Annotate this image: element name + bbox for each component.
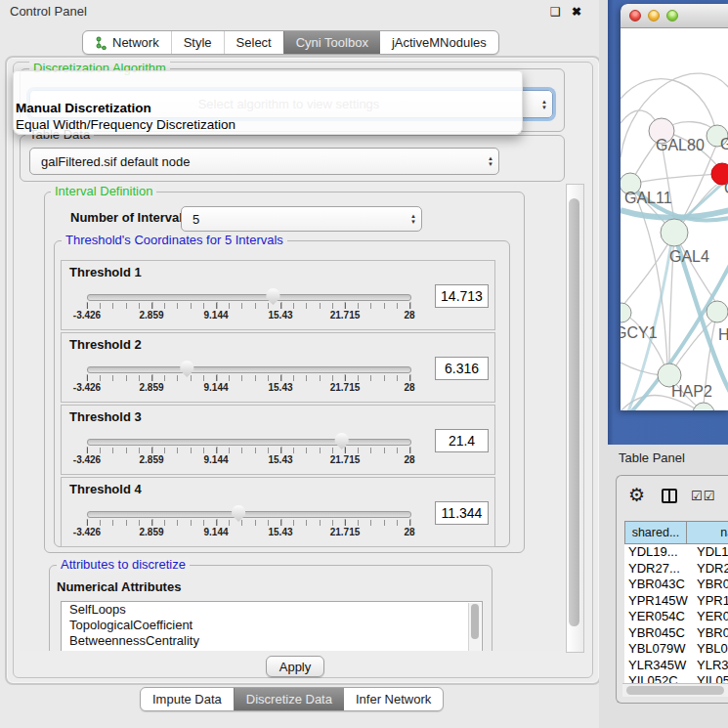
- table-panel-toolbar: ⚙ ☑☑: [617, 476, 728, 521]
- network-canvas[interactable]: GAL80GALCGAL11GAL4GCY1HHAP2: [621, 28, 728, 410]
- slider-track[interactable]: [87, 366, 411, 373]
- table-row[interactable]: YDR27...YDR27...: [624, 561, 728, 578]
- gear-icon[interactable]: ⚙: [628, 486, 645, 504]
- network-view-window[interactable]: GAL80GALCGAL11GAL4GCY1HHAP2: [621, 4, 728, 410]
- numerical-attributes-list[interactable]: SelfLoopsTopologicalCoefficientBetweenne…: [61, 601, 483, 651]
- attribute-list-item[interactable]: TopologicalCoefficient: [62, 618, 482, 633]
- threshold-label: Threshold 2: [69, 337, 142, 352]
- scrollbar-thumb[interactable]: [626, 686, 724, 695]
- close-traffic-light-icon[interactable]: [629, 10, 641, 21]
- network-node[interactable]: [693, 403, 714, 410]
- table-row[interactable]: YPR145WYPR145W: [624, 593, 728, 610]
- network-node-label: C: [724, 180, 728, 196]
- slider-track[interactable]: [87, 511, 411, 518]
- threshold-panel: Threshold 3-3.4262.8599.14415.4321.71528…: [61, 405, 495, 475]
- axis-tick-label: -3.426: [73, 382, 101, 393]
- table-row[interactable]: YDL19...YDL19...: [624, 544, 728, 561]
- tab-style[interactable]: Style: [171, 31, 224, 54]
- threshold-slider[interactable]: -3.4262.8599.14415.4321.71528: [87, 503, 409, 542]
- table-row[interactable]: YBR043CYBR043C: [624, 577, 728, 593]
- column-header-shared-name[interactable]: shared...: [624, 521, 687, 544]
- tab-select[interactable]: Select: [224, 31, 283, 54]
- cell-shared-name: YBR045C: [624, 625, 691, 642]
- application: Control Panel ❑ ✖ NetworkStyleSelectCyni…: [0, 0, 728, 728]
- number-of-intervals-value: 5: [182, 212, 406, 227]
- threshold-slider[interactable]: -3.4262.8599.14415.4321.71528: [87, 431, 409, 470]
- tab-label: jActiveMNodules: [392, 35, 487, 50]
- network-node[interactable]: [661, 219, 688, 246]
- minimize-traffic-light-icon[interactable]: [648, 10, 660, 21]
- axis-tick-label: 2.859: [139, 382, 163, 393]
- network-node[interactable]: [621, 303, 631, 322]
- scrollbar-thumb[interactable]: [569, 198, 579, 626]
- tab-infer-network[interactable]: Infer Network: [344, 688, 443, 710]
- table-row[interactable]: YER054CYER054C: [624, 609, 728, 625]
- network-node[interactable]: [707, 301, 728, 322]
- slider-track[interactable]: [87, 294, 411, 301]
- control-panel-tabbar: NetworkStyleSelectCyni ToolboxjActiveMNo…: [82, 30, 499, 55]
- threshold-value-field[interactable]: 14.713: [435, 284, 489, 308]
- slider-ticks: [87, 448, 410, 453]
- number-of-intervals-combobox[interactable]: 5 ▲▼: [181, 206, 422, 232]
- tab-discretize-data[interactable]: Discretize Data: [234, 688, 344, 710]
- table-data-combobox-value: galFiltered.sif default node: [30, 154, 483, 169]
- tab-jactivemnodules[interactable]: jActiveMNodules: [380, 31, 498, 54]
- cell-shared-name: YER054C: [624, 609, 691, 625]
- axis-tick-label: 21.715: [330, 310, 361, 321]
- tab-impute-data[interactable]: Impute Data: [141, 688, 234, 710]
- attributes-list-scrollbar[interactable]: [468, 603, 481, 651]
- attribute-list-item[interactable]: SelfLoops: [62, 602, 482, 618]
- float-window-icon[interactable]: ❑: [550, 5, 561, 19]
- table-data-combobox[interactable]: galFiltered.sif default node ▲▼: [29, 148, 499, 175]
- network-node-label: GAL: [720, 136, 728, 152]
- tab-cyni-toolbox[interactable]: Cyni Toolbox: [283, 31, 380, 54]
- axis-tick-label: 15.43: [268, 382, 292, 393]
- axis-tick-label: -3.426: [73, 527, 101, 537]
- table-horizontal-scrollbar[interactable]: [622, 683, 728, 697]
- slider-tick-labels: -3.4262.8599.14415.4321.71528: [87, 527, 409, 538]
- zoom-traffic-light-icon[interactable]: [666, 10, 678, 21]
- slider-tick-labels: -3.4262.8599.14415.4321.71528: [87, 454, 409, 466]
- threshold-value-field[interactable]: 11.344: [435, 501, 489, 525]
- close-window-icon[interactable]: ✖: [572, 5, 581, 19]
- axis-tick-label: 9.144: [203, 310, 228, 321]
- threshold-slider[interactable]: -3.4262.8599.14415.4321.71528: [87, 286, 409, 325]
- threshold-panel: Threshold 4-3.4262.8599.14415.4321.71528…: [61, 477, 495, 547]
- axis-tick-label: 2.859: [139, 454, 163, 465]
- column-header-name[interactable]: name: [687, 521, 728, 544]
- threshold-slider[interactable]: -3.4262.8599.14415.4321.71528: [87, 359, 409, 398]
- cell-shared-name: YDL19...: [624, 544, 691, 561]
- axis-tick-label: 28: [404, 527, 414, 537]
- table-row[interactable]: YLR345WYLR345W: [624, 658, 728, 674]
- tab-label: Network: [112, 35, 159, 50]
- axis-tick-label: 21.715: [330, 454, 361, 465]
- settings-vertical-scrollbar[interactable]: [566, 184, 584, 653]
- cell-shared-name: YBL079W: [624, 641, 691, 658]
- network-window-titlebar[interactable]: [621, 4, 728, 28]
- dropdown-option-equal-width[interactable]: Equal Width/Frequency Discretization: [16, 117, 236, 132]
- split-columns-icon[interactable]: [662, 489, 677, 503]
- cell-shared-name: YPR145W: [624, 593, 691, 610]
- table-row[interactable]: YBL079WYBL079W: [624, 641, 728, 658]
- threshold-label: Threshold 1: [69, 265, 142, 279]
- threshold-value-field[interactable]: 6.316: [435, 357, 489, 380]
- select-columns-icon[interactable]: ☑☑: [691, 489, 715, 503]
- slider-track[interactable]: [87, 439, 411, 446]
- number-of-intervals-label: Number of Intervals: [70, 210, 190, 225]
- table-panel-title: Table Panel: [619, 450, 685, 465]
- axis-tick-label: 28: [404, 382, 414, 393]
- threshold-value-field[interactable]: 21.4: [435, 429, 489, 452]
- tab-network[interactable]: Network: [83, 31, 171, 54]
- numerical-attributes-label: Numerical Attributes: [57, 579, 181, 594]
- table-row[interactable]: YBR045CYBR045C: [624, 625, 728, 642]
- slider-tick-labels: -3.4262.8599.14415.4321.71528: [87, 310, 409, 321]
- threshold-label: Threshold 4: [69, 482, 142, 496]
- table-header-row: shared... name: [624, 521, 728, 544]
- node-attribute-table: shared... name YDL19...YDL19...YDR27...Y…: [624, 521, 728, 690]
- attribute-list-item[interactable]: BetweennessCentrality: [62, 633, 482, 649]
- apply-button[interactable]: Apply: [266, 656, 324, 677]
- network-node-label: GCY1: [621, 324, 658, 341]
- dropdown-option-manual[interactable]: Manual Discretization: [16, 101, 151, 115]
- axis-tick-label: 2.859: [139, 527, 163, 537]
- cell-name: YBL079W: [691, 641, 728, 658]
